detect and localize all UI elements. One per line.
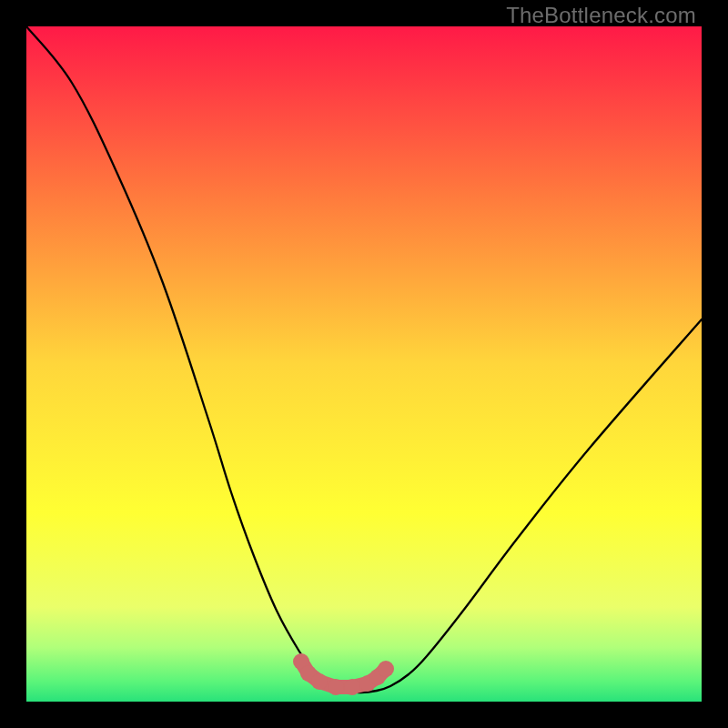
marker-dot bbox=[328, 679, 344, 695]
chart-plot-area bbox=[26, 26, 702, 702]
marker-dot bbox=[378, 661, 394, 677]
watermark-text: TheBottleneck.com bbox=[506, 3, 696, 28]
bottleneck-curve bbox=[26, 26, 702, 693]
marker-group bbox=[293, 653, 394, 695]
marker-dot bbox=[344, 679, 360, 695]
marker-dot bbox=[311, 673, 328, 690]
chart-curve-layer bbox=[26, 26, 702, 702]
